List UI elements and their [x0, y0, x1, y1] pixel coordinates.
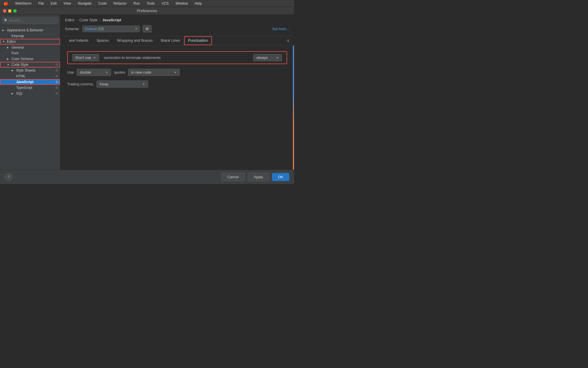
sidebar-item-appearance-behavior[interactable]: ▶ Appearance & Behavior — [0, 27, 60, 33]
menu-help[interactable]: Help — [194, 1, 203, 6]
sidebar-item-label: Code Style — [11, 63, 55, 67]
sidebar-item-code-style[interactable]: ▼ Code Style ⧉ — [0, 62, 60, 68]
menu-vcs[interactable]: VCS — [160, 1, 170, 6]
dropdown-arrow-icon: ▼ — [94, 56, 96, 59]
ok-button[interactable]: OK — [272, 173, 289, 181]
search-input[interactable] — [2, 17, 58, 24]
tab-wrapping-braces[interactable]: Wrapping and Braces — [113, 36, 157, 45]
copy-icon: ⧉ — [56, 74, 58, 78]
expand-arrow-icon: ▶ — [11, 92, 16, 95]
sidebar-item-label: SQL — [16, 91, 55, 95]
tab-punctuation[interactable]: Punctuation — [184, 36, 212, 45]
always-dropdown[interactable]: always ▼ — [253, 54, 282, 61]
sidebar-item-style-sheets[interactable]: ▶ Style Sheets ⧉ — [0, 68, 60, 73]
scheme-ide: IDE — [98, 27, 105, 31]
expand-arrow-icon: ▶ — [7, 46, 11, 49]
sidebar: 🔍 ▶ Appearance & Behavior Keymap ▼ Edito… — [0, 15, 60, 170]
use-label: Use — [67, 70, 74, 74]
help-button[interactable]: ? — [5, 173, 13, 181]
scheme-dropdown[interactable]: DefaultIDE ▼ — [82, 26, 140, 32]
sidebar-item-editor[interactable]: ▼ Editor — [0, 39, 60, 45]
maximize-button[interactable] — [13, 9, 17, 13]
sidebar-item-sql[interactable]: ▶ SQL ⧉ — [0, 91, 60, 96]
menu-edit[interactable]: Edit — [50, 1, 58, 6]
tab-blank-lines[interactable]: Blank Lines — [157, 36, 184, 45]
menu-view[interactable]: View — [63, 1, 72, 6]
sidebar-item-color-scheme[interactable]: ▶ Color Scheme — [0, 56, 60, 62]
sidebar-item-label: Appearance & Behavior — [7, 28, 58, 32]
sidebar-item-label: TypeScript — [16, 86, 55, 90]
sidebar-item-html[interactable]: HTML ⧉ — [0, 73, 60, 79]
sidebar-search-area: 🔍 — [0, 15, 60, 26]
minimize-button[interactable] — [8, 9, 11, 13]
always-value: always — [256, 55, 268, 60]
trailing-comma-dropdown[interactable]: Keep ▼ — [96, 80, 148, 88]
search-icon: 🔍 — [4, 19, 8, 22]
sidebar-item-label: Editor — [7, 40, 58, 44]
copy-icon: ⧉ — [56, 69, 58, 72]
quotes-type-dropdown[interactable]: double ▼ — [77, 69, 111, 76]
sidebar-item-general[interactable]: ▶ General — [0, 45, 60, 50]
breadcrumb-part-code-style: Code Style — [79, 18, 98, 22]
expand-arrow-icon: ▼ — [7, 63, 11, 66]
sidebar-item-label: General — [11, 45, 58, 49]
dont-use-value: Don't use — [76, 55, 91, 60]
scroll-indicator — [293, 45, 294, 170]
quotes-scope-value: in new code — [131, 70, 151, 74]
traffic-lights — [3, 9, 17, 13]
tabs-more-icon[interactable]: ≡ — [287, 38, 289, 43]
sidebar-item-keymap[interactable]: Keymap — [0, 33, 60, 39]
quotes-label: quotes — [114, 70, 125, 74]
expand-arrow-icon: ▶ — [7, 57, 11, 60]
copy-icon: ⧉ — [56, 92, 58, 95]
menu-window[interactable]: Window — [174, 1, 189, 6]
breadcrumb-separator: › — [76, 18, 78, 22]
sidebar-item-javascript[interactable]: JavaScript ⧉ — [0, 79, 60, 85]
tab-tabs-indents[interactable]: and Indents — [65, 36, 92, 45]
dropdown-arrow-icon: ▼ — [174, 71, 177, 74]
settings-area: Don't use ▼ semicolon to terminate state… — [60, 45, 294, 170]
cancel-button[interactable]: Cancel — [221, 173, 245, 181]
sidebar-item-label: HTML — [16, 74, 55, 78]
scheme-name: Default — [85, 27, 97, 31]
apply-button[interactable]: Apply — [248, 173, 269, 181]
sidebar-item-label: Font — [11, 51, 58, 55]
menu-navigate[interactable]: Navigate — [77, 1, 92, 6]
close-button[interactable] — [3, 9, 6, 13]
breadcrumb-part-editor: Editor — [65, 18, 75, 22]
content-header: Editor › Code Style › JavaScript Scheme:… — [60, 15, 294, 36]
menu-refactor[interactable]: Refactor — [112, 1, 127, 6]
quotes-setting-row: Use double ▼ quotes in new code ▼ — [67, 69, 287, 76]
apple-menu[interactable]: 🍎 — [2, 1, 9, 6]
menu-tools[interactable]: Tools — [146, 1, 156, 6]
sidebar-item-label: JavaScript — [16, 80, 55, 84]
menu-webstorm[interactable]: WebStorm — [14, 1, 32, 6]
main-container: 🔍 ▶ Appearance & Behavior Keymap ▼ Edito… — [0, 15, 294, 170]
dropdown-arrow-icon: ▼ — [135, 27, 137, 30]
tabs-bar: and Indents Spaces Wrapping and Braces B… — [60, 36, 294, 45]
scheme-label: Scheme: — [65, 27, 80, 31]
menu-code[interactable]: Code — [97, 1, 108, 6]
gear-button[interactable]: ⚙ — [143, 25, 152, 32]
title-bar: Preferences — [0, 7, 294, 15]
dropdown-arrow-icon: ▼ — [276, 56, 279, 59]
sidebar-item-typescript[interactable]: TypeScript ⧉ — [0, 85, 60, 91]
tab-spaces[interactable]: Spaces — [92, 36, 113, 45]
dropdown-arrow-icon: ▼ — [105, 71, 108, 74]
dont-use-dropdown[interactable]: Don't use ▼ — [72, 54, 99, 61]
window-title: Preferences — [137, 9, 157, 13]
semicolon-text-label: semicolon to terminate statements — [104, 55, 253, 60]
sidebar-item-font[interactable]: Font — [0, 50, 60, 56]
menu-bar: 🍎 WebStorm File Edit View Navigate Code … — [0, 0, 294, 7]
set-from-link[interactable]: Set from... — [272, 27, 289, 31]
menu-run[interactable]: Run — [132, 1, 141, 6]
sidebar-item-label: Color Scheme — [11, 57, 58, 61]
dropdown-arrow-icon: ▼ — [142, 83, 145, 86]
quotes-type-value: double — [80, 70, 91, 74]
menu-file[interactable]: File — [37, 1, 45, 6]
scheme-row: Scheme: DefaultIDE ▼ ⚙ Set from... — [65, 25, 289, 32]
quotes-scope-dropdown[interactable]: in new code ▼ — [128, 69, 180, 76]
copy-icon: ⧉ — [56, 86, 58, 89]
bottom-bar: ? Cancel Apply OK — [0, 170, 294, 184]
sidebar-item-label: Style Sheets — [16, 68, 55, 72]
